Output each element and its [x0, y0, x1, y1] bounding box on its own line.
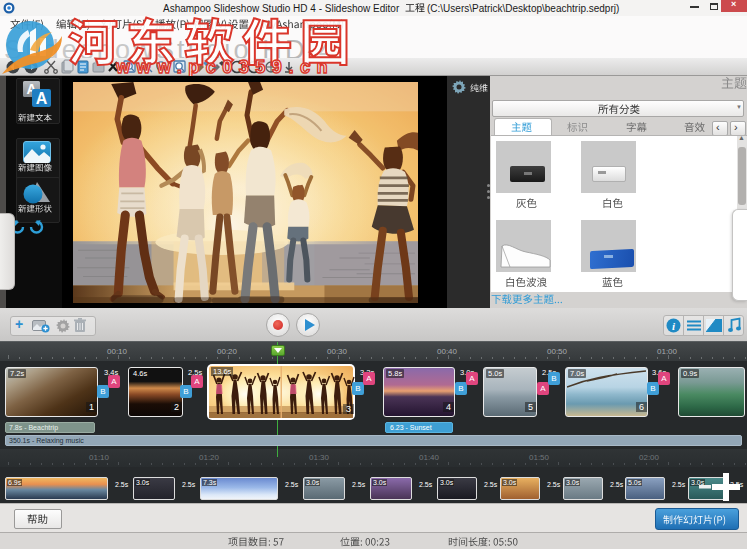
svg-text:A: A [36, 90, 48, 107]
